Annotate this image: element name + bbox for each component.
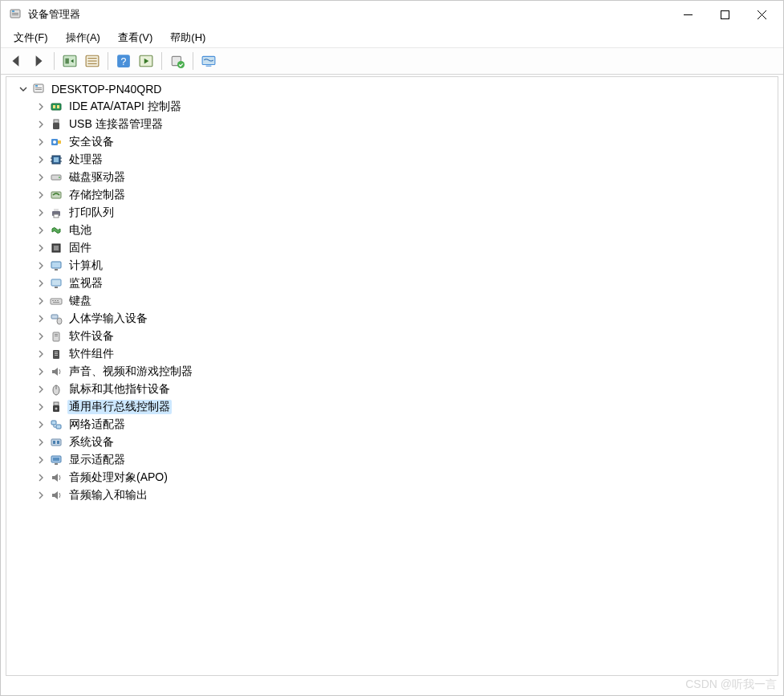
svg-rect-24 (35, 89, 42, 90)
svg-rect-71 (56, 425, 61, 429)
svg-rect-48 (55, 269, 58, 271)
display-icon (50, 454, 63, 466)
minimize-button[interactable] (669, 1, 706, 28)
tree-item-14[interactable]: 软件组件 (6, 345, 778, 363)
tree-item-17[interactable]: 通用串行总线控制器 (6, 398, 778, 416)
security-key-icon (50, 136, 63, 149)
tree-item-13[interactable]: 软件设备 (6, 328, 778, 345)
svg-rect-78 (53, 458, 59, 461)
toolbar-scan-button[interactable] (136, 51, 156, 71)
toolbar-help-button[interactable]: ? (113, 51, 134, 71)
chevron-right-icon[interactable] (35, 454, 47, 466)
chevron-right-icon[interactable] (35, 437, 47, 448)
tree-item-20[interactable]: 显示适配器 (6, 451, 778, 469)
chevron-right-icon[interactable] (35, 313, 47, 324)
tree-item-label: 人体学输入设备 (67, 311, 149, 326)
svg-rect-41 (51, 192, 61, 198)
chevron-right-icon[interactable] (35, 331, 47, 342)
chevron-right-icon[interactable] (35, 154, 47, 165)
tree-root-label: DESKTOP-PN40QRD (50, 83, 163, 96)
maximize-button[interactable] (706, 1, 743, 28)
svg-rect-79 (55, 463, 58, 465)
chevron-right-icon[interactable] (35, 295, 47, 307)
svg-point-18 (177, 61, 185, 68)
svg-rect-55 (53, 302, 59, 303)
svg-rect-59 (55, 334, 58, 335)
svg-rect-50 (55, 287, 58, 288)
chevron-right-icon[interactable] (35, 172, 47, 183)
tree-item-11[interactable]: 键盘 (6, 292, 778, 310)
tree-item-8[interactable]: 固件 (6, 239, 778, 257)
tree-item-18[interactable]: 网络适配器 (6, 416, 778, 433)
tree-item-label: 显示适配器 (67, 453, 127, 467)
tree-item-9[interactable]: 计算机 (6, 257, 778, 275)
menu-view[interactable]: 查看(V) (110, 29, 160, 47)
tree-item-6[interactable]: 打印队列 (6, 204, 778, 222)
tree-item-0[interactable]: IDE ATA/ATAPI 控制器 (6, 98, 778, 116)
tree-item-7[interactable]: 电池 (6, 222, 778, 239)
chevron-right-icon[interactable] (35, 348, 47, 360)
tree-item-21[interactable]: 音频处理对象(APO) (6, 469, 778, 486)
tree-item-16[interactable]: 鼠标和其他指针设备 (6, 381, 778, 398)
chevron-right-icon[interactable] (35, 384, 47, 395)
chevron-right-icon[interactable] (35, 189, 47, 201)
chevron-right-icon[interactable] (35, 419, 47, 430)
chevron-right-icon[interactable] (35, 207, 47, 218)
toolbar-back-button[interactable] (6, 51, 26, 71)
chevron-right-icon[interactable] (35, 119, 47, 130)
svg-rect-64 (55, 355, 58, 356)
toolbar-show-hide-button[interactable] (59, 51, 80, 71)
tree-root[interactable]: DESKTOP-PN40QRD (6, 80, 778, 98)
app-icon (9, 8, 22, 21)
menu-file[interactable]: 文件(F) (6, 29, 56, 47)
chevron-right-icon[interactable] (35, 278, 47, 289)
chevron-right-icon[interactable] (35, 101, 47, 112)
toolbar-forward-button[interactable] (28, 51, 49, 71)
soft-dev-icon (50, 330, 63, 343)
firmware-icon (50, 242, 63, 254)
tree-item-label: IDE ATA/ATAPI 控制器 (67, 100, 183, 114)
chevron-down-icon[interactable] (18, 83, 29, 95)
watermark: CSDN @听我一言 (685, 678, 777, 692)
tree-item-4[interactable]: 磁盘驱动器 (6, 169, 778, 186)
device-tree[interactable]: DESKTOP-PN40QRDIDE ATA/ATAPI 控制器USB 连接器管… (6, 76, 778, 676)
chevron-right-icon[interactable] (35, 260, 47, 271)
close-button[interactable] (743, 1, 780, 28)
tree-item-label: 通用串行总线控制器 (67, 400, 172, 414)
menu-help[interactable]: 帮助(H) (162, 29, 213, 47)
toolbar-separator (54, 52, 55, 70)
svg-rect-2 (12, 13, 18, 14)
svg-rect-46 (54, 246, 59, 250)
tree-item-3[interactable]: 处理器 (6, 151, 778, 169)
tree-item-2[interactable]: 安全设备 (6, 133, 778, 151)
svg-rect-61 (53, 350, 59, 359)
toolbar-monitor-button[interactable] (198, 51, 219, 71)
chevron-right-icon[interactable] (35, 401, 47, 413)
tree-item-22[interactable]: 音频输入和输出 (6, 486, 778, 504)
tree-item-12[interactable]: 人体学输入设备 (6, 310, 778, 328)
chevron-right-icon[interactable] (35, 366, 47, 377)
mouse-icon (50, 383, 63, 396)
tree-item-5[interactable]: 存储控制器 (6, 186, 778, 204)
chevron-right-icon[interactable] (35, 136, 47, 148)
svg-rect-76 (57, 441, 59, 444)
tree-item-19[interactable]: 系统设备 (6, 433, 778, 451)
keyboard-icon (50, 295, 63, 307)
chevron-right-icon[interactable] (35, 490, 47, 501)
chevron-right-icon[interactable] (35, 472, 47, 483)
tree-item-label: 打印队列 (67, 206, 116, 220)
tree-item-10[interactable]: 监视器 (6, 275, 778, 292)
chevron-right-icon[interactable] (35, 225, 47, 236)
tree-item-label: 声音、视频和游戏控制器 (67, 364, 194, 379)
svg-rect-44 (54, 214, 59, 218)
svg-rect-51 (51, 299, 62, 304)
chevron-right-icon[interactable] (35, 242, 47, 254)
usb-ctrl-icon (50, 401, 63, 413)
tree-item-1[interactable]: USB 连接器管理器 (6, 116, 778, 133)
svg-rect-53 (55, 300, 56, 301)
hid-icon (50, 312, 63, 325)
toolbar-properties-button[interactable] (82, 51, 103, 71)
toolbar-enable-button[interactable] (167, 51, 188, 71)
menu-action[interactable]: 操作(A) (58, 29, 108, 47)
tree-item-15[interactable]: 声音、视频和游戏控制器 (6, 363, 778, 381)
